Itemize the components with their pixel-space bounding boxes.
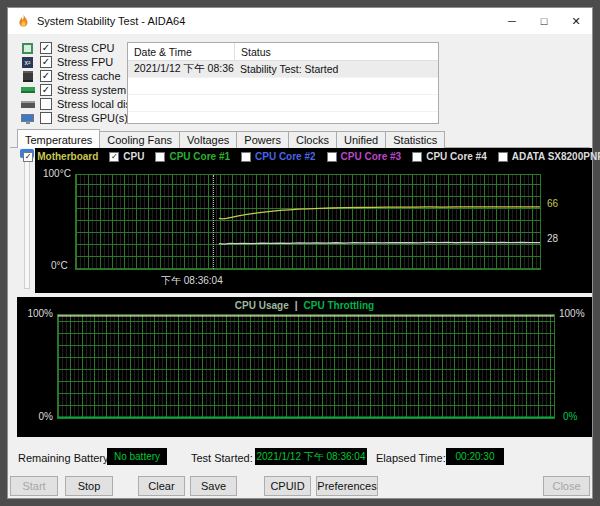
legend-item-cpu-core-2: ✓ CPU Core #2 bbox=[241, 151, 316, 162]
stress-cache-checkbox[interactable]: ✓ bbox=[40, 70, 52, 82]
log-row-datetime: 2021/1/12 下午 08:36:04 bbox=[128, 62, 234, 76]
clear-button[interactable]: Clear bbox=[138, 476, 185, 496]
window-controls: ─ □ ✕ bbox=[496, 8, 592, 34]
client-area: ✓ Stress CPU x² ✓ Stress FPU ✓ Stress ca… bbox=[8, 34, 592, 498]
cpu-usage-chart-panel: CPU Usage | CPU Throttling 100% 0% 100% … bbox=[17, 297, 592, 437]
temperature-series bbox=[76, 175, 540, 269]
cache-icon bbox=[20, 70, 35, 82]
usage-current-value: 100% bbox=[559, 308, 585, 319]
disk-icon bbox=[20, 98, 35, 110]
remaining-battery-label: Remaining Battery: bbox=[18, 452, 112, 464]
tab-powers[interactable]: Powers bbox=[236, 131, 289, 148]
elapsed-time-value: 00:20:30 bbox=[446, 448, 504, 465]
test-started-label: Test Started: bbox=[191, 452, 253, 464]
tab-voltages[interactable]: Voltages bbox=[179, 131, 237, 148]
tab-cooling-fans[interactable]: Cooling Fans bbox=[99, 131, 180, 148]
temperature-legend: ✓ Motherboard ✓ CPU ✓ CPU Core #1 ✓ CPU … bbox=[35, 151, 592, 162]
legend-adata-label: ADATA SX8200PNP bbox=[512, 151, 600, 162]
window-title: System Stability Test - AIDA64 bbox=[37, 15, 185, 27]
temperature-chart-panel: ✓ Motherboard ✓ CPU ✓ CPU Core #1 ✓ CPU … bbox=[35, 148, 592, 293]
legend-core2-checkbox[interactable]: ✓ bbox=[241, 152, 251, 162]
usage-title-separator: | bbox=[295, 300, 298, 311]
legend-motherboard-checkbox[interactable]: ✓ bbox=[23, 152, 33, 162]
save-button[interactable]: Save bbox=[190, 476, 237, 496]
stress-disks-checkbox[interactable]: ✓ bbox=[40, 98, 52, 110]
elapsed-time-label: Elapsed Time: bbox=[376, 452, 446, 464]
log-row-status: Stability Test: Started bbox=[234, 63, 438, 75]
stress-cpu-label: Stress CPU bbox=[57, 42, 114, 54]
column-header-status[interactable]: Status bbox=[235, 43, 438, 60]
minimize-button[interactable]: ─ bbox=[496, 8, 528, 34]
close-window-button[interactable]: ✕ bbox=[560, 8, 592, 34]
legend-item-motherboard: ✓ Motherboard bbox=[23, 151, 98, 162]
stress-gpu-label: Stress GPU(s) bbox=[57, 112, 128, 124]
app-window: System Stability Test - AIDA64 ─ □ ✕ ✓ S… bbox=[7, 7, 593, 499]
legend-core4-label: CPU Core #4 bbox=[426, 151, 487, 162]
legend-core4-checkbox[interactable]: ✓ bbox=[412, 152, 422, 162]
legend-item-cpu-core-4: ✓ CPU Core #4 bbox=[412, 151, 487, 162]
legend-cpu-checkbox[interactable]: ✓ bbox=[109, 152, 119, 162]
log-row-empty bbox=[128, 95, 438, 112]
preferences-button[interactable]: Preferences bbox=[316, 476, 378, 496]
motherboard-current-value: 66 bbox=[547, 198, 558, 209]
start-button[interactable]: Start bbox=[10, 476, 58, 496]
usage-plot bbox=[57, 314, 555, 419]
legend-item-cpu-core-1: ✓ CPU Core #1 bbox=[155, 151, 230, 162]
legend-item-cpu: ✓ CPU bbox=[109, 151, 144, 162]
legend-item-adata-drive: ✓ ADATA SX8200PNP bbox=[498, 151, 600, 162]
time-scale-slider[interactable] bbox=[20, 149, 34, 291]
tab-clocks[interactable]: Clocks bbox=[288, 131, 337, 148]
stress-cpu-checkbox[interactable]: ✓ bbox=[40, 42, 52, 54]
stress-fpu-label: Stress FPU bbox=[57, 56, 113, 68]
test-started-value: 2021/1/12 下午 08:36:04 bbox=[255, 448, 367, 465]
log-table-header: Date & Time Status bbox=[128, 43, 438, 61]
usage-axis-min-left: 0% bbox=[23, 411, 53, 422]
tab-temperatures[interactable]: Temperatures bbox=[17, 129, 100, 148]
close-button[interactable]: Close bbox=[543, 476, 590, 496]
usage-title-right: CPU Throttling bbox=[304, 300, 375, 311]
temperature-plot bbox=[75, 174, 541, 270]
usage-chart-title: CPU Usage | CPU Throttling bbox=[17, 300, 592, 311]
stress-gpu-checkbox[interactable]: ✓ bbox=[40, 112, 52, 124]
legend-cpu-label: CPU bbox=[123, 151, 144, 162]
remaining-battery-value: No battery bbox=[107, 448, 167, 465]
maximize-button[interactable]: □ bbox=[528, 8, 560, 34]
stress-cache-label: Stress cache bbox=[57, 70, 121, 82]
legend-core1-label: CPU Core #1 bbox=[169, 151, 230, 162]
tab-statistics[interactable]: Statistics bbox=[385, 131, 445, 148]
usage-axis-max-left: 100% bbox=[23, 308, 53, 319]
cpu-current-value: 28 bbox=[547, 233, 558, 244]
tab-strip: Temperatures Cooling Fans Voltages Power… bbox=[17, 129, 444, 148]
stress-memory-checkbox[interactable]: ✓ bbox=[40, 84, 52, 96]
log-row-empty bbox=[128, 78, 438, 95]
legend-motherboard-label: Motherboard bbox=[37, 151, 98, 162]
cpuid-button[interactable]: CPUID bbox=[264, 476, 311, 496]
temp-axis-min-label: 0°C bbox=[51, 260, 68, 271]
aida64-flame-icon bbox=[17, 14, 30, 29]
gpu-icon bbox=[20, 112, 35, 124]
temp-axis-max-label: 100°C bbox=[43, 168, 71, 179]
tab-unified[interactable]: Unified bbox=[336, 131, 386, 148]
fpu-icon: x² bbox=[20, 56, 35, 68]
column-header-datetime[interactable]: Date & Time bbox=[128, 43, 235, 60]
stress-fpu-checkbox[interactable]: ✓ bbox=[40, 56, 52, 68]
memory-icon bbox=[20, 84, 35, 96]
log-row[interactable]: 2021/1/12 下午 08:36:04 Stability Test: St… bbox=[128, 61, 438, 78]
stop-button[interactable]: Stop bbox=[65, 476, 113, 496]
legend-core2-label: CPU Core #2 bbox=[255, 151, 316, 162]
slider-track[interactable] bbox=[24, 151, 30, 289]
legend-core3-label: CPU Core #3 bbox=[341, 151, 402, 162]
event-log-table[interactable]: Date & Time Status 2021/1/12 下午 08:36:04… bbox=[127, 42, 439, 124]
legend-item-cpu-core-3: ✓ CPU Core #3 bbox=[327, 151, 402, 162]
usage-series bbox=[58, 315, 554, 418]
legend-core1-checkbox[interactable]: ✓ bbox=[155, 152, 165, 162]
log-row-empty bbox=[128, 112, 438, 124]
test-start-time-label: 下午 08:36:04 bbox=[161, 274, 223, 288]
legend-adata-checkbox[interactable]: ✓ bbox=[498, 152, 508, 162]
throttling-current-value: 0% bbox=[563, 411, 577, 422]
usage-title-left: CPU Usage bbox=[235, 300, 289, 311]
screen: System Stability Test - AIDA64 ─ □ ✕ ✓ S… bbox=[0, 0, 600, 506]
legend-core3-checkbox[interactable]: ✓ bbox=[327, 152, 337, 162]
cpu-icon bbox=[20, 42, 35, 54]
title-bar: System Stability Test - AIDA64 ─ □ ✕ bbox=[8, 8, 592, 34]
